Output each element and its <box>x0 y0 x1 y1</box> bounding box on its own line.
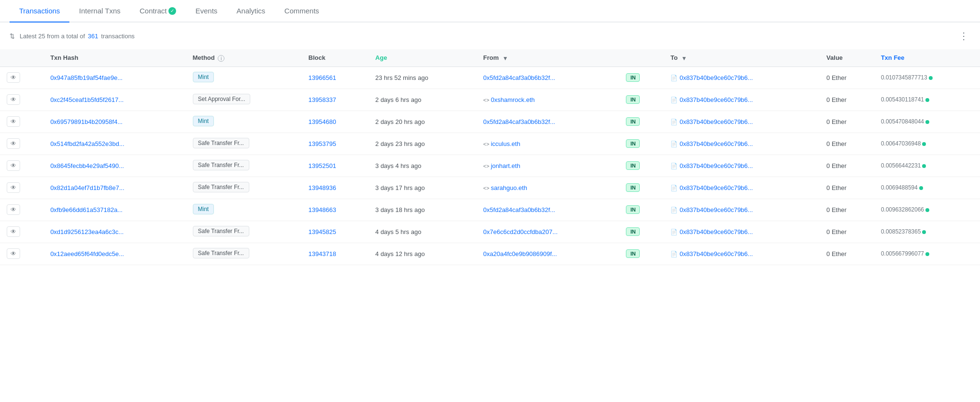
from-address-link[interactable]: <>icculus.eth <box>483 140 520 147</box>
to-address-link[interactable]: 0x837b40be9ce60c79b6... <box>679 140 753 147</box>
tab-comments[interactable]: Comments <box>275 0 329 22</box>
txn-hash-link[interactable]: 0x947a85fb19af54fae9e... <box>50 74 122 81</box>
value-cell: 0 Ether <box>820 155 874 177</box>
from-address-link[interactable]: 0x5fd2a84caf3a0b6b32f... <box>483 118 555 125</box>
age-cell: 23 hrs 52 mins ago <box>368 67 477 89</box>
tab-contract[interactable]: Contract ✓ <box>130 0 186 22</box>
col-txn-hash: Txn Hash <box>44 49 186 67</box>
table-row: 👁0x8645fecbb4e29af5490...Safe Transfer F… <box>0 155 980 177</box>
to-address-link[interactable]: 0x837b40be9ce60c79b6... <box>679 184 753 191</box>
txn-hash-link[interactable]: 0xfb9e66dd61a537182a... <box>50 206 122 213</box>
block-link[interactable]: 13953795 <box>309 140 336 147</box>
tab-events[interactable]: Events <box>186 0 227 22</box>
tab-transactions[interactable]: Transactions <box>10 0 69 22</box>
from-cell: 0x5fd2a84caf3a0b6b32f... <box>477 199 620 221</box>
block-link[interactable]: 13945825 <box>309 228 336 235</box>
ens-icon: <> <box>483 141 490 147</box>
table-body: 👁0x947a85fb19af54fae9e...Mint1396656123 … <box>0 67 980 265</box>
from-address-link[interactable]: <>0xshamrock.eth <box>483 96 535 103</box>
direction-cell: IN <box>619 177 664 199</box>
from-address-link[interactable]: 0x7e6c6cd2d0ccfdba207... <box>483 228 557 235</box>
txn-hash-link[interactable]: 0x82d1a04ef7d1b7fb8e7... <box>50 184 124 191</box>
view-button[interactable]: 👁 <box>7 160 20 171</box>
value-cell: 0 Ether <box>820 221 874 243</box>
age-cell: 4 days 5 hrs ago <box>368 221 477 243</box>
contract-icon: 📄 <box>670 163 678 169</box>
block-link[interactable]: 13948663 <box>309 206 336 213</box>
from-filter-icon[interactable]: ▼ <box>502 55 508 62</box>
view-button[interactable]: 👁 <box>7 204 20 215</box>
block-link[interactable]: 13958337 <box>309 96 336 103</box>
col-method: Method i <box>186 49 302 67</box>
direction-cell: IN <box>619 133 664 155</box>
to-cell: 📄0x837b40be9ce60c79b6... <box>664 221 820 243</box>
block-link[interactable]: 13948936 <box>309 184 336 191</box>
to-address-link[interactable]: 0x837b40be9ce60c79b6... <box>679 206 753 213</box>
txn-hash-link[interactable]: 0xd1d9256123ea4a6c3c... <box>50 228 123 235</box>
view-button[interactable]: 👁 <box>7 226 20 237</box>
txn-hash-link[interactable]: 0x12aeed65f64fd0edc5e... <box>50 250 124 257</box>
col-from: From ▼ <box>477 49 620 67</box>
txn-hash-link[interactable]: 0x514fbd2fa42a552e3bd... <box>50 140 124 147</box>
tab-analytics[interactable]: Analytics <box>227 0 275 22</box>
to-cell: 📄0x837b40be9ce60c79b6... <box>664 199 820 221</box>
value-cell: 0 Ether <box>820 199 874 221</box>
direction-cell: IN <box>619 89 664 111</box>
view-button[interactable]: 👁 <box>7 94 20 105</box>
view-button[interactable]: 👁 <box>7 182 20 193</box>
transactions-table-wrapper: Txn Hash Method i Block Age From ▼ To ▼ … <box>0 49 980 265</box>
method-badge: Safe Transfer Fr... <box>193 160 249 170</box>
direction-badge: IN <box>626 117 640 126</box>
view-button[interactable]: 👁 <box>7 248 20 259</box>
to-address-link[interactable]: 0x837b40be9ce60c79b6... <box>679 162 753 169</box>
txn-fee-cell: 0.0107345877713 <box>874 67 980 89</box>
to-address-link[interactable]: 0x837b40be9ce60c79b6... <box>679 74 753 81</box>
block-cell: 13953795 <box>302 133 369 155</box>
block-link[interactable]: 13966561 <box>309 74 336 81</box>
block-link[interactable]: 13954680 <box>309 118 336 125</box>
view-button[interactable]: 👁 <box>7 138 20 149</box>
tab-internal-txns[interactable]: Internal Txns <box>69 0 130 22</box>
txn-hash-cell: 0xc2f45ceaf1b5fd5f2617... <box>44 89 186 111</box>
method-badge: Mint <box>193 204 214 214</box>
from-address-link[interactable]: <>jonhart.eth <box>483 162 520 169</box>
toolbar: ⇅ Latest 25 from a total of 361 transact… <box>0 22 980 49</box>
gas-indicator <box>925 120 929 124</box>
txn-hash-link[interactable]: 0x69579891b4b20958f4... <box>50 118 122 125</box>
value-cell: 0 Ether <box>820 177 874 199</box>
age-cell: 2 days 20 hrs ago <box>368 111 477 133</box>
more-options-button[interactable]: ⋮ <box>957 28 970 44</box>
toolbar-summary: ⇅ Latest 25 from a total of 361 transact… <box>10 33 134 40</box>
block-link[interactable]: 13943718 <box>309 250 336 257</box>
txn-hash-link[interactable]: 0xc2f45ceaf1b5fd5f2617... <box>50 96 123 103</box>
view-button[interactable]: 👁 <box>7 116 20 127</box>
to-address-link[interactable]: 0x837b40be9ce60c79b6... <box>679 250 753 257</box>
to-filter-icon[interactable]: ▼ <box>681 55 687 62</box>
direction-badge: IN <box>626 205 640 214</box>
col-direction <box>619 49 664 67</box>
from-address-link[interactable]: 0xa20a4fc0e9b9086909f... <box>483 250 557 257</box>
direction-cell: IN <box>619 243 664 265</box>
to-address-link[interactable]: 0x837b40be9ce60c79b6... <box>679 228 753 235</box>
from-address-link[interactable]: 0x5fd2a84caf3a0b6b32f... <box>483 74 555 81</box>
from-address-link[interactable]: <>sarahguo.eth <box>483 184 527 191</box>
method-cell: Safe Transfer Fr... <box>186 155 302 177</box>
block-cell: 13952501 <box>302 155 369 177</box>
to-address-link[interactable]: 0x837b40be9ce60c79b6... <box>679 96 753 103</box>
view-button[interactable]: 👁 <box>7 72 20 83</box>
contract-icon: 📄 <box>670 229 678 235</box>
txn-hash-cell: 0x514fbd2fa42a552e3bd... <box>44 133 186 155</box>
txn-hash-link[interactable]: 0x8645fecbb4e29af5490... <box>50 162 124 169</box>
table-row: 👁0x12aeed65f64fd0edc5e...Safe Transfer F… <box>0 243 980 265</box>
method-info-icon[interactable]: i <box>218 55 224 62</box>
latest-label: Latest 25 from a total of <box>20 33 85 40</box>
col-txn-fee: Txn Fee <box>874 49 980 67</box>
to-address-link[interactable]: 0x837b40be9ce60c79b6... <box>679 118 753 125</box>
from-address-link[interactable]: 0x5fd2a84caf3a0b6b32f... <box>483 206 555 213</box>
value-cell: 0 Ether <box>820 243 874 265</box>
contract-icon: 📄 <box>670 207 678 213</box>
gas-indicator <box>922 230 926 234</box>
gas-indicator <box>925 208 929 212</box>
block-link[interactable]: 13952501 <box>309 162 336 169</box>
direction-badge: IN <box>626 73 640 82</box>
